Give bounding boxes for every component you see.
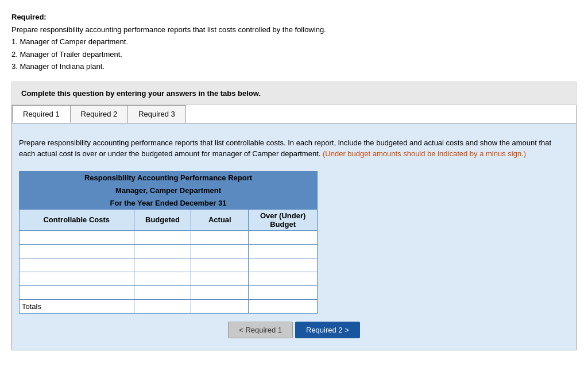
report-title-2: Manager, Camper Department — [20, 184, 318, 196]
data-row-3-col2[interactable] — [134, 258, 191, 272]
input-row1-col2[interactable] — [138, 233, 188, 242]
data-row-1-col4[interactable] — [249, 230, 318, 244]
input-row2-col4[interactable] — [252, 247, 314, 256]
required-section: Required: Prepare responsibility account… — [11, 11, 577, 72]
table-row — [20, 258, 318, 272]
input-row4-col2[interactable] — [138, 275, 188, 283]
data-row-5-col3[interactable] — [191, 285, 249, 299]
table-row — [20, 272, 318, 285]
data-row-3-col3[interactable] — [191, 258, 249, 272]
input-row5-col1[interactable] — [23, 288, 130, 297]
table-row — [20, 230, 318, 244]
input-row3-col2[interactable] — [138, 261, 188, 269]
tab-required-3[interactable]: Required 3 — [127, 105, 186, 123]
data-row-3-col1[interactable] — [20, 258, 134, 272]
input-row4-col1[interactable] — [23, 275, 130, 283]
tab-required-1[interactable]: Required 1 — [12, 105, 71, 123]
input-totals-col3[interactable] — [195, 302, 245, 311]
col-header-2: Budgeted — [134, 209, 191, 230]
input-row1-col1[interactable] — [23, 233, 130, 242]
table-row — [20, 244, 318, 258]
input-row2-col2[interactable] — [138, 247, 188, 256]
tab-1-content: Prepare responsibility accounting perfor… — [12, 123, 576, 350]
input-row1-col3[interactable] — [195, 233, 245, 242]
col-header-1: Controllable Costs — [20, 209, 134, 230]
totals-col4[interactable] — [249, 299, 318, 313]
data-row-1-col1[interactable] — [20, 230, 134, 244]
tabs-container: Required 1 Required 2 Required 3 Prepare… — [11, 105, 577, 350]
column-header-row: Controllable Costs Budgeted Actual Over … — [20, 209, 318, 230]
input-row5-col3[interactable] — [195, 288, 245, 297]
table-row — [20, 285, 318, 299]
data-row-2-col1[interactable] — [20, 244, 134, 258]
input-row2-col3[interactable] — [195, 247, 245, 256]
input-row1-col4[interactable] — [252, 233, 314, 242]
instruction-box: Complete this question by entering your … — [11, 82, 577, 105]
report-table-wrapper: Responsibility Accounting Performance Re… — [19, 171, 569, 314]
data-row-3-col4[interactable] — [249, 258, 318, 272]
next-button[interactable]: Required 2 > — [295, 322, 360, 338]
input-row3-col3[interactable] — [195, 261, 245, 269]
report-title-1: Responsibility Accounting Performance Re… — [20, 171, 318, 184]
input-totals-col4[interactable] — [252, 302, 314, 311]
input-row4-col3[interactable] — [195, 275, 245, 283]
totals-row: Totals — [20, 299, 318, 313]
col-header-3: Actual — [191, 209, 249, 230]
input-row5-col4[interactable] — [252, 288, 314, 297]
report-title-row-2: Manager, Camper Department — [20, 184, 318, 196]
totals-label: Totals — [20, 299, 134, 313]
tabs-header: Required 1 Required 2 Required 3 — [12, 105, 576, 123]
input-totals-col2[interactable] — [138, 302, 188, 311]
data-row-2-col3[interactable] — [191, 244, 249, 258]
intro-line-3: 2. Manager of Trailer department. — [11, 49, 577, 60]
intro-line-1: Prepare responsibility accounting perfor… — [11, 24, 577, 36]
required-label: Required: — [11, 11, 577, 23]
report-title-3: For the Year Ended December 31 — [20, 196, 318, 209]
intro-line-2: 1. Manager of Camper department. — [11, 36, 577, 48]
report-table: Responsibility Accounting Performance Re… — [19, 171, 318, 314]
nav-buttons: < Required 1 Required 2 > — [19, 322, 569, 344]
data-row-4-col4[interactable] — [249, 272, 318, 285]
data-row-4-col2[interactable] — [134, 272, 191, 285]
input-row4-col4[interactable] — [252, 275, 314, 283]
tab-required-2[interactable]: Required 2 — [70, 105, 129, 123]
data-row-1-col3[interactable] — [191, 230, 249, 244]
tab-description: Prepare responsibility accounting perfor… — [19, 132, 569, 167]
data-row-2-col2[interactable] — [134, 244, 191, 258]
intro-line-4: 3. Manager of Indiana plant. — [11, 61, 577, 72]
input-row3-col1[interactable] — [23, 261, 130, 269]
totals-col3[interactable] — [191, 299, 249, 313]
report-title-row-3: For the Year Ended December 31 — [20, 196, 318, 209]
data-row-2-col4[interactable] — [249, 244, 318, 258]
input-row3-col4[interactable] — [252, 261, 314, 269]
data-row-5-col4[interactable] — [249, 285, 318, 299]
report-title-row-1: Responsibility Accounting Performance Re… — [20, 171, 318, 184]
data-row-5-col1[interactable] — [20, 285, 134, 299]
totals-col2[interactable] — [134, 299, 191, 313]
col-header-4: Over (Under) Budget — [249, 209, 318, 230]
data-row-5-col2[interactable] — [134, 285, 191, 299]
prev-button[interactable]: < Required 1 — [228, 322, 293, 338]
data-row-4-col3[interactable] — [191, 272, 249, 285]
tab-description-note: (Under budget amounts should be indicate… — [323, 149, 526, 158]
input-row5-col2[interactable] — [138, 288, 188, 297]
data-row-1-col2[interactable] — [134, 230, 191, 244]
data-row-4-col1[interactable] — [20, 272, 134, 285]
input-row2-col1[interactable] — [23, 247, 130, 256]
